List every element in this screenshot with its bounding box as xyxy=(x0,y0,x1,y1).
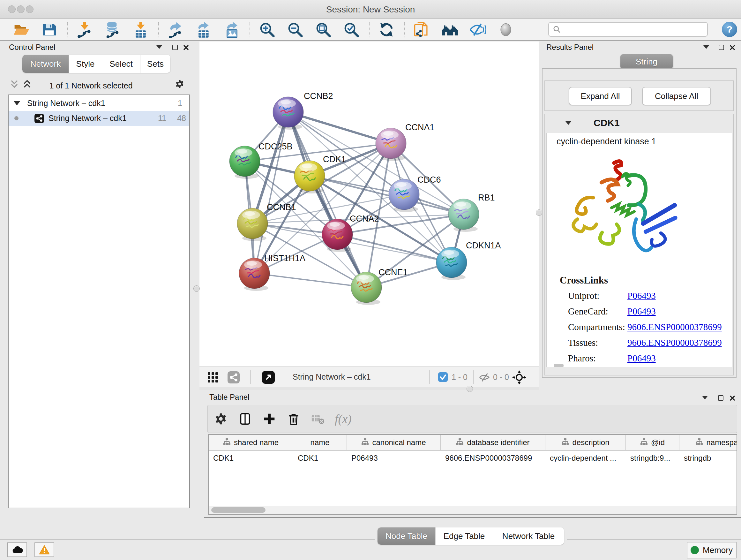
network-node-ccna1[interactable] xyxy=(376,128,406,161)
tab-sets[interactable]: Sets xyxy=(140,55,171,73)
crosslinks-title: CrossLinks xyxy=(560,274,608,286)
zoom-out-icon[interactable] xyxy=(286,21,304,38)
tab-style[interactable]: Style xyxy=(69,55,102,73)
column-header--id[interactable]: @id xyxy=(626,435,679,450)
crosslink-value-link[interactable]: P06493 xyxy=(627,291,656,301)
column-header-database-identifier[interactable]: database identifier xyxy=(441,435,545,450)
fit-content-crosshair-icon[interactable] xyxy=(512,370,526,384)
table-cell[interactable]: 9606.ENSP00000378699 xyxy=(441,451,545,465)
control-panel-float-icon[interactable] xyxy=(156,45,162,49)
crosslink-row: Pharos:P06493 xyxy=(568,353,722,369)
expand-all-button[interactable]: Expand All xyxy=(569,87,632,105)
network-collection-row[interactable]: String Network – cdk1 1 xyxy=(9,96,189,111)
network-node-cdc6[interactable] xyxy=(389,179,419,212)
sphere-icon[interactable] xyxy=(497,21,515,38)
table-hscrollbar-track[interactable] xyxy=(209,506,737,514)
column-header-canonical-name[interactable]: canonical name xyxy=(347,435,441,450)
copy-document-icon[interactable] xyxy=(413,21,430,38)
grid-view-icon[interactable] xyxy=(207,372,219,383)
control-panel-maximize-icon[interactable] xyxy=(172,45,178,50)
table-panel-close-icon[interactable] xyxy=(730,395,735,401)
tab-edge-table[interactable]: Edge Table xyxy=(435,527,493,545)
eye-slash-icon[interactable] xyxy=(469,21,486,38)
network-node-rb1[interactable] xyxy=(448,199,479,232)
mini-scrollbar-thumb[interactable] xyxy=(554,364,563,367)
cloud-button[interactable] xyxy=(7,543,27,557)
table-panel-float-icon[interactable] xyxy=(702,396,708,399)
zoom-selected-icon[interactable] xyxy=(343,21,360,38)
crosslink-value-link[interactable]: P06493 xyxy=(627,306,656,317)
network-edge[interactable] xyxy=(288,112,391,143)
zoom-in-icon[interactable] xyxy=(259,21,276,38)
refresh-icon[interactable] xyxy=(378,21,395,38)
table-cell[interactable]: stringdb:9... xyxy=(626,451,679,465)
network-node-cdc25b[interactable] xyxy=(229,146,260,179)
memory-button[interactable]: Memory xyxy=(687,542,737,558)
tab-network-table[interactable]: Network Table xyxy=(493,527,564,545)
open-session-icon[interactable] xyxy=(13,21,30,38)
help-button[interactable]: ? xyxy=(722,22,737,37)
gear-icon[interactable] xyxy=(213,412,228,426)
table-row[interactable]: CDK1CDK1P064939606.ENSP00000378699cyclin… xyxy=(209,451,737,465)
crosslink-value-link[interactable]: 9606.ENSP00000378699 xyxy=(627,322,722,332)
table-cell[interactable]: stringdb xyxy=(679,451,737,465)
results-panel-maximize-icon[interactable] xyxy=(719,45,724,50)
search-input[interactable] xyxy=(561,24,699,34)
tree-expander-icon[interactable] xyxy=(14,101,20,105)
horizontal-splitter-handle[interactable] xyxy=(467,386,473,392)
table-cell[interactable]: P06493 xyxy=(347,451,441,465)
column-header-description[interactable]: description xyxy=(545,435,626,450)
export-network-icon[interactable] xyxy=(167,21,185,38)
column-header-shared-name[interactable]: shared name xyxy=(209,435,293,450)
zoom-fit-icon[interactable] xyxy=(315,21,332,38)
network-row-selected[interactable]: String Network – cdk1 11 48 xyxy=(9,111,189,126)
warning-button[interactable] xyxy=(35,543,54,557)
results-panel-float-icon[interactable] xyxy=(703,45,709,49)
network-edge[interactable] xyxy=(254,112,288,273)
crosslink-value-link[interactable]: P06493 xyxy=(627,353,656,364)
tab-string[interactable]: String xyxy=(620,54,673,69)
save-session-icon[interactable] xyxy=(41,21,58,38)
crosslink-label: GeneCard: xyxy=(568,306,627,317)
table-panel-maximize-icon[interactable] xyxy=(718,395,724,401)
horizontal-splitter[interactable] xyxy=(199,387,539,390)
gear-icon[interactable] xyxy=(174,78,185,89)
selected-checkbox-icon[interactable] xyxy=(438,372,448,382)
table-hscrollbar-thumb[interactable] xyxy=(211,507,266,513)
network-node-ccne1[interactable] xyxy=(351,272,382,305)
import-database-icon[interactable] xyxy=(104,21,121,38)
network-node-cdk1[interactable] xyxy=(294,161,325,193)
control-panel-close-icon[interactable] xyxy=(183,45,189,51)
tab-node-table[interactable]: Node Table xyxy=(378,527,435,545)
collapse-all-button[interactable]: Collapse All xyxy=(642,87,711,105)
left-splitter-handle[interactable] xyxy=(193,286,200,292)
import-table-icon[interactable] xyxy=(132,21,149,38)
export-table-icon[interactable] xyxy=(195,21,212,38)
tab-select[interactable]: Select xyxy=(102,55,140,73)
network-node-ccnb1[interactable] xyxy=(237,208,268,241)
search-field[interactable] xyxy=(548,22,708,37)
results-panel-close-icon[interactable] xyxy=(730,45,735,51)
gene-section-expander-icon[interactable] xyxy=(565,121,571,125)
table-cell[interactable]: CDK1 xyxy=(293,451,347,465)
crosslink-value-link[interactable]: 9606.ENSP00000378699 xyxy=(627,337,722,348)
share-view-icon[interactable] xyxy=(227,371,240,383)
hidden-eye-icon[interactable] xyxy=(478,372,490,382)
table-cell[interactable]: CDK1 xyxy=(209,451,293,465)
column-header-name[interactable]: name xyxy=(293,435,347,450)
export-image-icon[interactable] xyxy=(223,21,241,38)
import-network-icon[interactable] xyxy=(76,21,93,38)
network-edge[interactable] xyxy=(254,273,366,287)
tab-network[interactable]: Network xyxy=(22,55,69,73)
houses-icon[interactable] xyxy=(441,21,458,38)
network-node-cdkn1a[interactable] xyxy=(436,247,467,280)
table-cell[interactable]: cyclin-dependent ... xyxy=(545,451,626,465)
right-splitter-handle[interactable] xyxy=(536,209,542,216)
delete-icon[interactable] xyxy=(286,412,301,426)
node-table[interactable]: shared namenamecanonical namedatabase id… xyxy=(208,434,737,515)
show-columns-icon[interactable] xyxy=(238,412,253,426)
add-icon[interactable] xyxy=(262,412,277,426)
column-header-namespace[interactable]: namespace xyxy=(679,435,737,450)
network-canvas[interactable]: CCNB2CCNA1CDC25BCDK1CDC6RB1CCNB1CCNA2CDK… xyxy=(199,42,539,367)
external-view-icon[interactable] xyxy=(262,371,275,384)
